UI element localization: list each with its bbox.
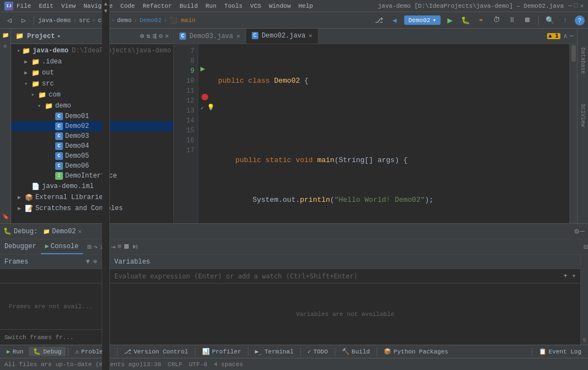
menu-tools[interactable]: Tools: [224, 3, 242, 9]
editor-scrollbar[interactable]: [569, 44, 577, 223]
eval-plus-btn[interactable]: +: [564, 272, 568, 280]
python-packages-tab[interactable]: 📦 Python Packages: [379, 347, 453, 356]
menu-run[interactable]: Run: [205, 3, 216, 9]
status-encoding[interactable]: UTF-8: [189, 361, 207, 368]
sciview-tab[interactable]: SciView: [580, 101, 586, 129]
debug-button[interactable]: 🐛: [459, 14, 472, 26]
bookmarks-icon[interactable]: 🔖: [1, 212, 10, 221]
filter-frames-btn[interactable]: ▼: [86, 258, 90, 266]
debug-session-close[interactable]: ✕: [78, 228, 82, 235]
breadcrumb-demo02[interactable]: Demo02: [140, 17, 162, 24]
step-over-btn[interactable]: ↷: [93, 243, 98, 251]
restore-layout-btn[interactable]: ⊞: [87, 243, 92, 251]
eval-bar[interactable]: Evaluate expression (Enter) or add a wat…: [110, 269, 580, 283]
menu-vcs[interactable]: VCS: [250, 3, 261, 9]
demo02-close[interactable]: ✕: [309, 32, 312, 39]
status-crlf[interactable]: CRLF: [168, 361, 182, 368]
search-button[interactable]: 🔍: [544, 14, 556, 26]
breadcrumb-main[interactable]: ⬛ main: [169, 17, 195, 24]
version-control-tab[interactable]: ⎇ Version Control: [120, 347, 193, 356]
stop-button[interactable]: ⏹: [521, 14, 533, 26]
tree-com[interactable]: ▾ 📁 com: [11, 89, 173, 100]
eval-down-btn[interactable]: ▾: [572, 272, 576, 280]
project-icon[interactable]: 📁: [1, 31, 10, 40]
tree-demointerface[interactable]: ▶ I DemoInterface: [11, 171, 173, 181]
structure-icon[interactable]: ≡: [1, 42, 10, 51]
close-btn[interactable]: ✕: [580, 2, 584, 9]
breadcrumb-demo[interactable]: demo: [117, 17, 131, 24]
vars-scroll-down[interactable]: ▽: [582, 337, 586, 344]
console-tab[interactable]: ▶ Console: [41, 239, 83, 254]
todo-tab[interactable]: ✓ TODO: [303, 347, 332, 356]
run-config-dropdown[interactable]: Demo02 ▾: [404, 15, 441, 25]
collapse-icon[interactable]: ⇶: [152, 32, 156, 40]
code-content[interactable]: public class Demo02 { public static void…: [214, 44, 569, 223]
build-tab[interactable]: 🔨 Build: [337, 347, 374, 356]
menu-help[interactable]: Help: [299, 3, 313, 9]
demo03-close[interactable]: ✕: [236, 33, 240, 40]
breadcrumb-src[interactable]: src: [79, 17, 90, 24]
code-editor[interactable]: 7 8 9 10 11 12 13 14 15 16 17 ▶ ↙: [174, 44, 577, 223]
database-tab[interactable]: Database: [580, 45, 586, 76]
maximize-btn[interactable]: □: [574, 2, 578, 9]
forward-button[interactable]: ▷: [18, 14, 30, 26]
update-button[interactable]: ↑: [559, 14, 571, 26]
tree-idea[interactable]: ▶ 📁 .idea: [11, 56, 173, 67]
tree-out[interactable]: ▶ 📁 out: [11, 67, 173, 78]
tab-more-btn[interactable]: ⋯: [570, 32, 574, 40]
project-dropdown-arrow[interactable]: ▾: [57, 33, 60, 40]
tree-demo05[interactable]: ▶ C Demo05: [11, 151, 173, 161]
menu-refactor[interactable]: Refactor: [142, 3, 172, 9]
tree-scratches[interactable]: ▶ 📝 Scratches and Consoles: [11, 203, 173, 214]
tree-demo[interactable]: ▾ 📁 demo: [11, 100, 173, 111]
settings-debug-btn[interactable]: ⚙: [574, 227, 579, 236]
debug-tab-bottom[interactable]: 🐛 Debug: [29, 347, 66, 356]
profile-button[interactable]: ⏱: [490, 14, 502, 26]
run-tab[interactable]: ▶ Run: [2, 347, 28, 356]
help-button[interactable]: ?: [575, 15, 585, 25]
tree-iml[interactable]: ▶ 📄 java-demo.iml: [11, 181, 173, 192]
tree-demo04[interactable]: ▶ C Demo04: [11, 141, 173, 151]
status-indent[interactable]: 4 spaces: [214, 361, 243, 368]
tab-demo02[interactable]: C Demo02.java ✕: [246, 29, 319, 44]
nav-back-btn[interactable]: ◀: [389, 14, 401, 26]
profiler-tab[interactable]: 📊 Profiler: [198, 347, 246, 356]
vcs-button[interactable]: ⎇: [373, 14, 385, 26]
scrollbar-thumb[interactable]: [571, 45, 576, 62]
debugger-tab[interactable]: Debugger: [0, 239, 41, 254]
tab-demo03[interactable]: C Demo03.java ✕: [174, 29, 246, 44]
locate-icon[interactable]: ⊕: [140, 32, 144, 40]
evaluate-btn[interactable]: ≡: [117, 243, 121, 251]
stop-debug-btn[interactable]: ⏹: [123, 243, 130, 251]
switch-frames-label[interactable]: Switch frames fr...: [4, 334, 73, 341]
menu-build[interactable]: Build: [179, 3, 198, 9]
breadcrumb-java-demo[interactable]: java-demo: [38, 17, 71, 24]
minimize-debug-btn[interactable]: —: [580, 227, 585, 236]
back-button[interactable]: ◁: [3, 14, 15, 26]
menu-view[interactable]: View: [61, 3, 76, 9]
menu-code[interactable]: Code: [120, 3, 135, 9]
coverage-button[interactable]: ☂: [475, 14, 487, 26]
event-log-tab[interactable]: 📋 Event Log: [534, 347, 586, 356]
expand-editor-btn[interactable]: ∧: [564, 32, 568, 40]
debug-layout-btn[interactable]: ⊟: [584, 243, 588, 251]
tree-demo01[interactable]: ▶ C Demo01: [11, 111, 173, 121]
run-button[interactable]: ▶: [444, 14, 456, 26]
settings-icon[interactable]: ⚙: [159, 32, 163, 40]
menu-edit[interactable]: Edit: [39, 3, 53, 9]
tree-demo06[interactable]: ▶ C Demo06: [11, 161, 173, 171]
expand-icon[interactable]: ⇅: [146, 32, 150, 40]
tree-root[interactable]: ▾ 📁 java-demo D:\IdeaProjects\java-demo: [11, 45, 173, 56]
tree-demo02[interactable]: ▶ C Demo02: [11, 121, 173, 131]
minimize-btn[interactable]: —: [568, 2, 572, 9]
filter-icon[interactable]: ⊕: [93, 258, 97, 266]
frames-scrollbar[interactable]: ▲ ▼: [102, 255, 110, 345]
stop-all-btn[interactable]: ⏯: [132, 243, 139, 251]
close-panel-icon[interactable]: ✕: [165, 32, 169, 40]
pause-button[interactable]: ⏸: [506, 14, 518, 26]
tree-external-libs[interactable]: ▶ 📦 External Libraries: [11, 192, 173, 203]
debug-session-tab[interactable]: 📁 Demo02 ✕: [40, 227, 85, 236]
terminal-tab[interactable]: ▶_ Terminal: [251, 347, 298, 356]
tree-src[interactable]: ▾ 📁 src: [11, 78, 173, 89]
tree-demo03[interactable]: ▶ C Demo03: [11, 131, 173, 141]
